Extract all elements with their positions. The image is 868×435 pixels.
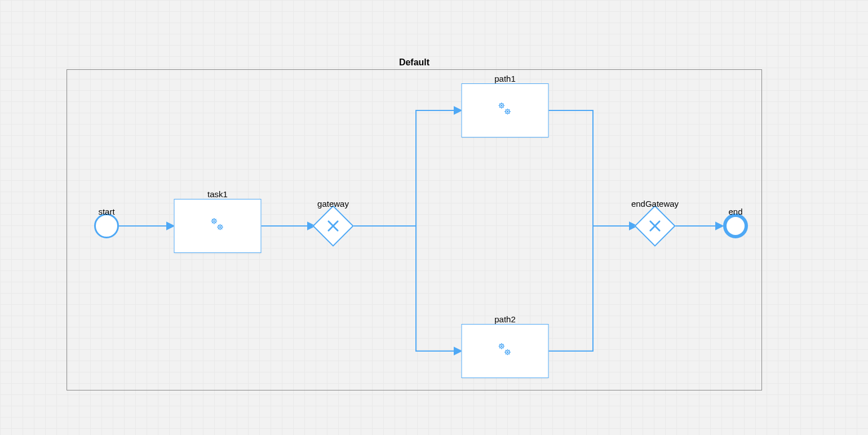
svg-point-1 xyxy=(213,220,214,221)
svg-point-53 xyxy=(507,352,508,353)
svg-line-40 xyxy=(505,113,506,113)
svg-line-58 xyxy=(505,350,506,350)
svg-line-18 xyxy=(218,228,218,229)
svg-line-41 xyxy=(508,109,509,110)
svg-line-39 xyxy=(508,113,509,113)
gears-icon xyxy=(496,100,514,121)
svg-line-19 xyxy=(221,225,222,225)
svg-line-16 xyxy=(218,225,218,225)
start-event[interactable] xyxy=(94,214,119,238)
x-icon xyxy=(641,212,668,239)
svg-point-23 xyxy=(501,105,502,106)
svg-line-49 xyxy=(503,348,503,348)
end-gateway-label: endGateway xyxy=(631,199,679,208)
start-event-label: start xyxy=(98,207,114,216)
gateway-label: gateway xyxy=(317,199,349,208)
svg-line-17 xyxy=(221,228,222,229)
svg-line-51 xyxy=(503,344,503,345)
svg-line-31 xyxy=(503,104,503,104)
svg-line-38 xyxy=(505,109,506,110)
svg-line-59 xyxy=(508,353,509,354)
service-task-path2[interactable] xyxy=(462,324,549,378)
x-icon xyxy=(320,212,347,239)
task1-label: task1 xyxy=(207,189,228,199)
diagram-canvas[interactable]: Default start task1 gateway path1 path2 … xyxy=(0,0,868,435)
pool-title: Default xyxy=(67,57,761,68)
svg-point-43 xyxy=(501,345,502,347)
svg-line-9 xyxy=(215,219,216,220)
svg-point-33 xyxy=(507,111,508,112)
path2-label: path2 xyxy=(494,314,516,324)
path1-label: path1 xyxy=(494,74,516,83)
svg-line-61 xyxy=(508,350,509,350)
svg-line-60 xyxy=(505,353,506,354)
svg-line-28 xyxy=(499,104,500,104)
svg-line-30 xyxy=(499,107,500,108)
svg-line-48 xyxy=(499,344,500,345)
end-event[interactable] xyxy=(723,214,748,238)
svg-line-29 xyxy=(503,107,503,108)
svg-line-6 xyxy=(212,219,212,220)
end-event-label: end xyxy=(728,207,742,216)
svg-line-7 xyxy=(215,223,216,223)
svg-line-50 xyxy=(499,348,500,348)
service-task-task1[interactable] xyxy=(174,199,262,253)
svg-point-11 xyxy=(219,227,220,228)
svg-line-8 xyxy=(212,223,212,223)
gears-icon xyxy=(209,216,227,236)
gears-icon xyxy=(496,341,514,361)
service-task-path1[interactable] xyxy=(462,83,549,137)
